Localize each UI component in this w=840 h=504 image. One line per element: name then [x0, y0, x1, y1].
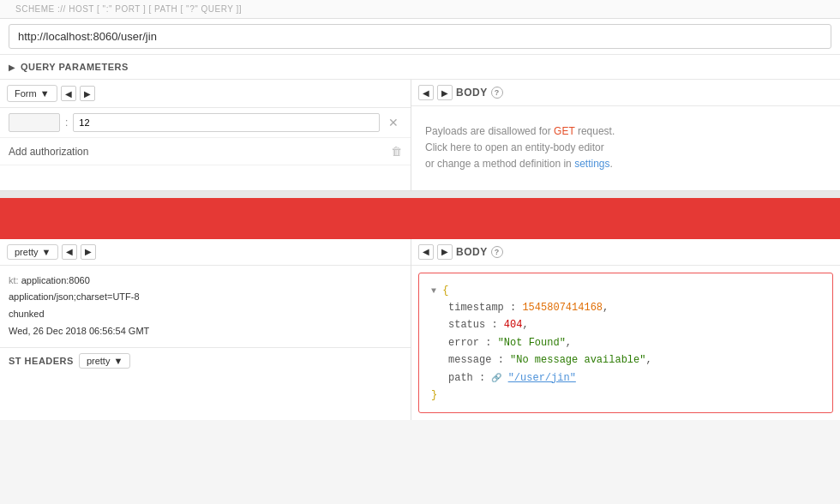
- get-method-link[interactable]: GET: [554, 125, 574, 137]
- nav-right-arrow-right[interactable]: ▶: [437, 85, 453, 100]
- header-row-3: chunked: [9, 306, 402, 323]
- resp-right-nav-left[interactable]: ◀: [418, 244, 434, 260]
- resp-body-help-icon[interactable]: ?: [491, 246, 503, 258]
- json-error-row: error : "Not Found",: [431, 334, 820, 351]
- right-toolbar: ◀ ▶ BODY ?: [411, 80, 840, 106]
- json-status-key: status: [448, 319, 485, 331]
- response-body-container: ▼ { timestamp : 1545807414168, status : …: [411, 266, 840, 421]
- chevron-down-icon-pretty: ▼: [42, 247, 51, 257]
- param-row: : ✕: [0, 108, 411, 138]
- left-toolbar: Form ▼ ◀ ▶: [0, 80, 411, 108]
- header-row-2: application/json;charset=UTF-8: [9, 289, 402, 306]
- nav-left-arrow[interactable]: ◀: [61, 86, 76, 101]
- json-viewer: ▼ { timestamp : 1545807414168, status : …: [418, 273, 833, 414]
- chevron-right-icon: ▶: [9, 63, 15, 72]
- body-label: BODY ?: [456, 87, 503, 99]
- st-pretty-dropdown[interactable]: pretty ▼: [79, 353, 130, 369]
- body-label-text: BODY: [456, 87, 488, 99]
- response-right-panel: ◀ ▶ BODY ? ▼ { timestamp : 1545807414168…: [411, 239, 840, 421]
- json-collapse-icon[interactable]: ▼: [431, 286, 436, 296]
- json-message-key: message: [448, 354, 491, 366]
- response-right-toolbar: ◀ ▶ BODY ?: [411, 239, 840, 266]
- resp-right-nav-right[interactable]: ▶: [437, 244, 453, 260]
- body-msg-line1: Payloads are disallowed for GET request.: [425, 125, 615, 137]
- body-msg-line3: or change a method definition in setting…: [425, 158, 613, 170]
- query-params-toggle[interactable]: ▶ QUERY PARAMETERS: [0, 55, 840, 80]
- json-timestamp-key: timestamp: [448, 302, 504, 314]
- pretty-label: pretty: [15, 247, 39, 257]
- header-row-1: kt: application:8060: [9, 273, 402, 290]
- resp-nav-right[interactable]: ▶: [81, 244, 96, 260]
- scheme-hint-bar: SCHEME :// HOST [ ":" PORT ] [ PATH [ "?…: [0, 0, 840, 19]
- nav-left-arrow-right[interactable]: ◀: [418, 85, 434, 100]
- chevron-down-icon: ▼: [40, 88, 50, 99]
- param-colon: :: [65, 117, 68, 129]
- resp-body-label-text: BODY: [456, 246, 488, 258]
- st-headers-label: ST HEADERS: [9, 356, 74, 366]
- form-label: Form: [15, 88, 37, 99]
- remove-param-button[interactable]: ✕: [385, 116, 402, 129]
- json-timestamp-value: 1545807414168: [522, 302, 603, 314]
- body-help-icon[interactable]: ?: [491, 87, 503, 99]
- add-authorization-link[interactable]: Add authorization: [9, 146, 88, 158]
- response-left-toolbar: pretty ▼ ◀ ▶: [0, 239, 411, 266]
- body-message: Payloads are disallowed for GET request.…: [411, 106, 840, 190]
- red-status-bar: [0, 198, 840, 239]
- trash-icon[interactable]: 🗑: [391, 145, 402, 158]
- param-key-input[interactable]: [9, 113, 60, 132]
- url-input[interactable]: [9, 24, 831, 49]
- form-dropdown[interactable]: Form ▼: [7, 85, 57, 102]
- json-close-brace: }: [431, 387, 820, 404]
- json-message-value: "No message available": [510, 354, 645, 366]
- right-panel: ◀ ▶ BODY ? Payloads are disallowed for G…: [411, 80, 840, 190]
- divider: [0, 191, 840, 198]
- st-headers-toolbar: ST HEADERS pretty ▼: [0, 347, 411, 374]
- settings-link[interactable]: settings: [574, 158, 609, 170]
- json-status-value: 404: [504, 319, 523, 331]
- param-value-input[interactable]: [73, 113, 380, 132]
- top-section: SCHEME :// HOST [ ":" PORT ] [ PATH [ "?…: [0, 0, 840, 191]
- response-headers: kt: application:8060 application/json;ch…: [0, 266, 411, 347]
- query-params-label: QUERY PARAMETERS: [21, 62, 129, 72]
- main-panels: Form ▼ ◀ ▶ : ✕ Add authorization 🗑: [0, 80, 840, 190]
- json-status-row: status : 404,: [431, 316, 820, 333]
- resp-nav-left[interactable]: ◀: [62, 244, 77, 260]
- st-pretty-label: pretty: [87, 356, 111, 366]
- json-error-value: "Not Found": [498, 337, 566, 349]
- nav-right-arrow[interactable]: ▶: [80, 86, 95, 101]
- url-bar-container: [0, 19, 840, 55]
- external-link-icon: 🔗: [491, 374, 501, 383]
- chevron-down-icon-st: ▼: [113, 356, 123, 366]
- add-auth-row: Add authorization 🗑: [0, 138, 411, 165]
- json-error-key: error: [448, 337, 479, 349]
- left-panel: Form ▼ ◀ ▶ : ✕ Add authorization 🗑: [0, 80, 411, 190]
- pretty-dropdown[interactable]: pretty ▼: [7, 244, 58, 260]
- scheme-hint: SCHEME :// HOST [ ":" PORT ] [ PATH [ "?…: [9, 3, 831, 15]
- json-path-link[interactable]: "/user/jin": [508, 372, 576, 384]
- header-row-4: Wed, 26 Dec 2018 06:56:54 GMT: [9, 323, 402, 340]
- json-expand-row: ▼ {: [431, 282, 820, 299]
- json-path-row: path : 🔗 "/user/jin": [431, 369, 820, 387]
- resp-body-label: BODY ?: [456, 246, 503, 258]
- json-path-key: path: [448, 372, 473, 384]
- response-left-panel: pretty ▼ ◀ ▶ kt: application:8060 applic…: [0, 239, 411, 421]
- body-msg-line2: Click here to open an entity-body editor: [425, 141, 604, 153]
- json-message-row: message : "No message available",: [431, 351, 820, 369]
- json-timestamp-row: timestamp : 1545807414168,: [431, 299, 820, 316]
- response-section: pretty ▼ ◀ ▶ kt: application:8060 applic…: [0, 239, 840, 421]
